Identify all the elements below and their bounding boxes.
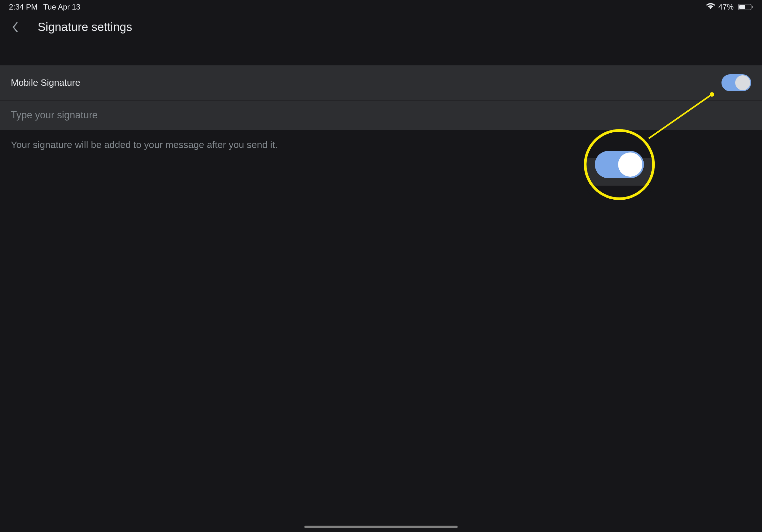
signature-input-row — [0, 100, 762, 130]
status-bar: 2:34 PM Tue Apr 13 47% — [0, 0, 762, 14]
chevron-left-icon — [11, 21, 20, 33]
nav-bar: Signature settings — [0, 14, 762, 43]
mobile-signature-label: Mobile Signature — [11, 78, 80, 88]
status-right: 47% — [706, 2, 753, 13]
back-button[interactable] — [9, 21, 22, 33]
page-title: Signature settings — [38, 21, 132, 34]
status-left: 2:34 PM Tue Apr 13 — [9, 3, 80, 12]
wifi-icon — [706, 2, 715, 13]
toggle-thumb — [735, 75, 750, 90]
battery-icon — [737, 4, 753, 10]
mobile-signature-row: Mobile Signature — [0, 65, 762, 100]
signature-description: Your signature will be added to your mes… — [0, 130, 762, 160]
status-time: 2:34 PM — [9, 3, 37, 12]
status-date: Tue Apr 13 — [43, 3, 80, 12]
mobile-signature-toggle[interactable] — [722, 74, 751, 91]
signature-input[interactable] — [11, 109, 751, 121]
battery-percent: 47% — [718, 3, 733, 12]
settings-section: Mobile Signature — [0, 65, 762, 130]
home-indicator[interactable] — [304, 526, 458, 528]
